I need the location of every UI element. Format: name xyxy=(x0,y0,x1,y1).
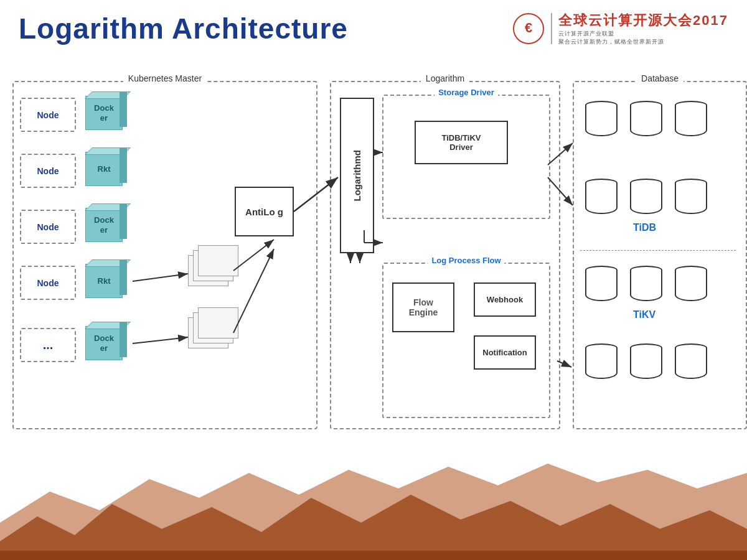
logarithm-label: Logarithm xyxy=(421,73,469,83)
conf-sub2: 聚合云计算新势力，赋格全世界新开源 xyxy=(558,38,664,46)
header: Logarithm Architecture € 全球云计算开源大会2017 云… xyxy=(0,0,747,52)
architecture-diagram: Kubernetes Master Node Docker Node Rkt N… xyxy=(12,81,735,460)
flow-engine-box: FlowEngine xyxy=(392,282,454,332)
logarithmd-box: Logarithmd xyxy=(340,98,374,253)
docker-3: Docker xyxy=(85,326,123,360)
db-cylinder-2 xyxy=(630,101,662,136)
log-page-2c xyxy=(198,307,238,338)
conference-badge: € 全球云计算开源大会2017 云计算开源产业联盟 聚合云计算新势力，赋格全世界… xyxy=(512,11,728,46)
tidb-label: TiDB xyxy=(633,222,656,233)
db-cylinder-9 xyxy=(675,266,707,301)
rkt-1: Rkt xyxy=(85,152,123,186)
log-process-flow-section: Log Process Flow FlowEngine Webhook Noti… xyxy=(382,263,550,418)
docker-2-cube: Docker xyxy=(85,208,123,242)
database-label: Database xyxy=(636,73,684,83)
cyl-body-12 xyxy=(675,348,707,379)
flow-engine-label: FlowEngine xyxy=(409,297,438,317)
notification-label: Notification xyxy=(482,348,527,357)
conf-sub1: 云计算开源产业联盟 xyxy=(558,30,614,38)
svg-rect-18 xyxy=(0,551,747,560)
docker-1: Docker xyxy=(85,96,123,130)
docker-1-cube: Docker xyxy=(85,96,123,130)
node-4-label: Node xyxy=(37,278,59,288)
cyl-body-9 xyxy=(675,270,707,301)
node-3-label: Node xyxy=(37,222,59,232)
rkt-2: Rkt xyxy=(85,264,123,298)
rkt-2-cube: Rkt xyxy=(85,264,123,298)
log-process-flow-label: Log Process Flow xyxy=(428,256,504,265)
antilog-label: AntiLo g xyxy=(245,207,283,217)
cyl-body-11 xyxy=(630,348,662,379)
db-cylinder-5 xyxy=(630,179,662,214)
mountain-svg xyxy=(0,460,747,560)
database-section: Database TiDB xyxy=(573,81,747,429)
db-separator xyxy=(580,250,736,251)
db-cylinder-7 xyxy=(585,266,618,301)
node-5: ... xyxy=(20,328,76,362)
cyl-body-7 xyxy=(585,270,618,301)
cyl-body-4 xyxy=(585,183,618,214)
logo-divider xyxy=(551,13,552,44)
mountain-silhouette xyxy=(0,460,747,560)
svg-text:€: € xyxy=(525,20,532,35)
db-cylinder-1 xyxy=(585,101,618,136)
cyl-body-5 xyxy=(630,183,662,214)
tidb-tikv-label: TiDB/TiKVDriver xyxy=(441,133,481,152)
docker-3-cube: Docker xyxy=(85,326,123,360)
db-cylinder-4 xyxy=(585,179,618,214)
cyl-body-10 xyxy=(585,348,618,379)
db-cylinder-6 xyxy=(675,179,707,214)
conf-logo-icon: € xyxy=(512,12,545,45)
node-4: Node xyxy=(20,266,76,300)
db-cylinder-11 xyxy=(630,343,662,379)
storage-driver-label: Storage Driver xyxy=(435,88,498,97)
node-5-label: ... xyxy=(43,338,54,352)
webhook-label: Webhook xyxy=(487,295,523,304)
k8s-section: Kubernetes Master Node Docker Node Rkt N… xyxy=(12,81,317,429)
notification-box: Notification xyxy=(474,335,536,370)
docker-2: Docker xyxy=(85,208,123,242)
logarithmd-label: Logarithmd xyxy=(352,150,362,202)
tikv-label: TiKV xyxy=(633,309,655,320)
node-1: Node xyxy=(20,98,76,132)
antilog-box: AntiLo g xyxy=(235,187,294,236)
db-cylinder-3 xyxy=(675,101,707,136)
db-cylinder-8 xyxy=(630,266,662,301)
rkt-1-cube: Rkt xyxy=(85,152,123,186)
webhook-box: Webhook xyxy=(474,282,536,317)
node-3: Node xyxy=(20,210,76,244)
conf-name: 全球云计算开源大会2017 xyxy=(558,11,728,30)
db-cylinder-10 xyxy=(585,343,618,379)
page-title: Logarithm Architecture xyxy=(19,12,348,45)
cyl-body-2 xyxy=(630,105,662,136)
conf-text: 全球云计算开源大会2017 云计算开源产业联盟 聚合云计算新势力，赋格全世界新开… xyxy=(558,11,728,46)
cyl-body-6 xyxy=(675,183,707,214)
db-cylinder-12 xyxy=(675,343,707,379)
node-2: Node xyxy=(20,154,76,188)
cyl-body-1 xyxy=(585,105,618,136)
logarithm-section: Logarithm Logarithmd Storage Driver TiDB… xyxy=(330,81,560,429)
cyl-body-3 xyxy=(675,105,707,136)
node-2-label: Node xyxy=(37,166,59,176)
cyl-body-8 xyxy=(630,270,662,301)
k8s-label: Kubernetes Master xyxy=(123,73,207,83)
node-1-label: Node xyxy=(37,110,59,120)
storage-driver-section: Storage Driver TiDB/TiKVDriver xyxy=(382,95,550,219)
tidb-tikv-box: TiDB/TiKVDriver xyxy=(415,121,508,164)
log-page-1c xyxy=(198,245,238,276)
